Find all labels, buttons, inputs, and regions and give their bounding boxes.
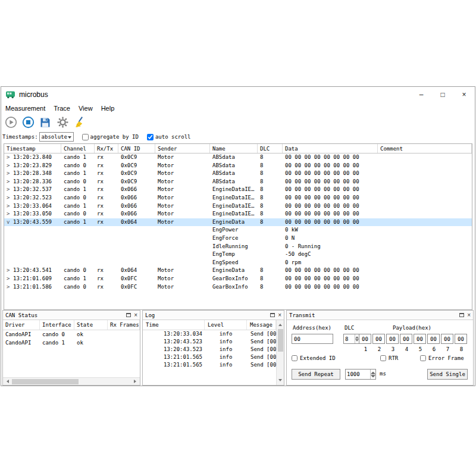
expander-icon[interactable]: > (7, 194, 13, 202)
col-driver[interactable]: Driver (3, 320, 40, 330)
scrollbar-thumb[interactable] (12, 379, 79, 384)
clear-button[interactable] (73, 115, 87, 130)
can-status-row[interactable]: CandoAPI cando 0 ok (3, 330, 140, 339)
maximize-button[interactable]: □ (432, 87, 453, 102)
trace-row[interactable]: >13:20:32.523 cando 0 rx 0x066 Motor Eng… (4, 194, 472, 202)
trace-row[interactable]: >13:20:33.064 cando 1 rx 0x066 Motor Eng… (4, 202, 472, 211)
interval-input[interactable] (346, 369, 370, 379)
timestamps-select[interactable]: absolute (39, 132, 74, 142)
menu-view[interactable]: View (74, 104, 97, 113)
dlc-input[interactable] (344, 334, 355, 343)
expander-icon[interactable]: > (7, 170, 13, 178)
scroll-right-icon[interactable] (132, 378, 140, 386)
expander-icon[interactable]: > (7, 210, 13, 218)
expander-icon[interactable]: > (7, 186, 13, 194)
scroll-up-icon[interactable] (277, 320, 284, 328)
payload-byte-8[interactable] (455, 334, 467, 344)
col-dlc[interactable]: DLC (258, 144, 283, 153)
settings-button[interactable] (55, 115, 70, 130)
signal-row[interactable]: IdleRunning 0 - Running (4, 243, 472, 251)
payload-byte-5[interactable] (414, 334, 426, 344)
trace-row[interactable]: >13:20:43.541 cando 0 rx 0x064 Motor Eng… (4, 267, 472, 275)
trace-row-selected[interactable]: v13:20:43.559 cando 1 rx 0x064 Motor Eng… (4, 218, 472, 227)
col-interface[interactable]: Interface (40, 320, 74, 330)
expander-icon[interactable]: > (7, 162, 13, 170)
payload-byte-2[interactable] (372, 334, 385, 344)
col-state[interactable]: State (74, 320, 108, 330)
send-repeat-button[interactable]: Send Repeat (292, 369, 340, 380)
payload-byte-6[interactable] (427, 334, 440, 344)
col-timestamp[interactable]: Timestamp (4, 144, 61, 153)
expander-icon[interactable]: > (7, 283, 13, 292)
float-icon[interactable] (126, 313, 131, 317)
col-rxtx[interactable]: Rx/Tx (95, 144, 118, 153)
payload-byte-1[interactable] (359, 334, 371, 344)
aggregate-checkbox-input[interactable] (82, 134, 89, 140)
log-row[interactable]: 13:20:43.523 info Send [00 (143, 346, 276, 353)
payload-byte-7[interactable] (441, 334, 453, 344)
scroll-left-icon[interactable] (3, 378, 11, 386)
menu-help[interactable]: Help (97, 104, 119, 113)
start-button[interactable] (4, 115, 18, 130)
address-input[interactable] (292, 334, 333, 344)
autoscroll-checkbox-input[interactable] (147, 134, 154, 140)
save-button[interactable] (38, 115, 52, 130)
trace-row[interactable]: >13:20:23.840 cando 1 rx 0x0C9 Motor ABS… (4, 154, 472, 162)
extended-id-checkbox[interactable]: Extended ID (292, 355, 336, 361)
send-single-button[interactable]: Send Single (427, 369, 468, 380)
close-button[interactable]: × (453, 87, 475, 102)
trace-row[interactable]: >13:20:33.050 cando 0 rx 0x066 Motor Eng… (4, 210, 472, 218)
aggregate-checkbox[interactable]: aggregate by ID (82, 134, 139, 140)
col-comment[interactable]: Comment (378, 144, 472, 153)
log-row[interactable]: 13:20:33.034 info Send [00 (143, 330, 276, 338)
expander-icon[interactable]: > (7, 275, 13, 283)
interval-up-icon[interactable] (371, 369, 375, 374)
payload-byte-3[interactable] (386, 334, 399, 344)
expander-icon[interactable]: > (7, 154, 13, 162)
signal-row[interactable]: EngForce 0 N (4, 234, 472, 243)
col-time[interactable]: Time (143, 320, 205, 330)
expander-icon[interactable]: > (7, 267, 13, 275)
error-frame-checkbox[interactable]: Error Frame (420, 355, 464, 361)
trace-row[interactable]: >13:20:32.537 cando 1 rx 0x066 Motor Eng… (4, 186, 472, 194)
col-canid[interactable]: CAN ID (118, 144, 155, 153)
close-icon[interactable]: × (134, 312, 137, 318)
float-icon[interactable] (459, 313, 464, 317)
scroll-down-icon[interactable] (277, 377, 284, 385)
scrollbar-thumb[interactable] (278, 329, 283, 352)
trace-row[interactable]: >13:20:28.348 cando 1 rx 0x0C9 Motor ABS… (4, 170, 472, 178)
signal-row[interactable]: EngTemp -50 degC (4, 250, 472, 259)
expander-icon[interactable]: > (7, 202, 13, 211)
log-row[interactable]: 13:21:01.565 info Send [00 (143, 353, 276, 361)
menu-trace[interactable]: Trace (49, 104, 74, 113)
float-icon[interactable] (270, 313, 275, 317)
trace-row[interactable]: >13:21:01.609 cando 1 rx 0x0FC Motor Gea… (4, 275, 472, 283)
payload-byte-4[interactable] (400, 334, 412, 344)
rtr-checkbox[interactable]: RTR (380, 355, 398, 361)
interval-down-icon[interactable] (371, 374, 375, 379)
log-row[interactable]: 13:21:01.565 info Send [00 (143, 361, 276, 369)
signal-row[interactable]: EngSpeed 0 rpm (4, 259, 472, 267)
error-frame-checkbox-input[interactable] (420, 355, 426, 361)
rtr-checkbox-input[interactable] (380, 355, 386, 361)
col-level[interactable]: Level (205, 320, 247, 330)
trace-row[interactable]: >13:20:23.829 cando 0 rx 0x0C9 Motor ABS… (4, 162, 472, 170)
col-name[interactable]: Name (210, 144, 258, 153)
vertical-scrollbar[interactable] (276, 320, 284, 385)
close-icon[interactable]: × (278, 312, 281, 318)
signal-row[interactable]: EngPower 0 kW (4, 226, 472, 234)
horizontal-scrollbar[interactable] (3, 377, 140, 385)
col-sender[interactable]: Sender (155, 144, 210, 153)
stop-button[interactable] (21, 115, 35, 130)
col-rx-frames[interactable]: Rx Frames (108, 320, 140, 330)
menu-measurement[interactable]: Measurement (1, 104, 49, 113)
expander-icon[interactable]: > (7, 178, 13, 186)
col-data[interactable]: Data (283, 144, 378, 153)
trace-row[interactable]: >13:20:28.336 cando 0 rx 0x0C9 Motor ABS… (4, 178, 472, 186)
trace-row[interactable]: >13:21:01.586 cando 0 rx 0x0FC Motor Gea… (4, 283, 472, 292)
minimize-button[interactable]: – (411, 87, 432, 102)
can-status-row[interactable]: CandoAPI cando 1 ok (3, 339, 140, 347)
extended-id-checkbox-input[interactable] (292, 355, 298, 361)
close-icon[interactable]: × (467, 312, 471, 318)
autoscroll-checkbox[interactable]: auto scroll (147, 134, 191, 140)
